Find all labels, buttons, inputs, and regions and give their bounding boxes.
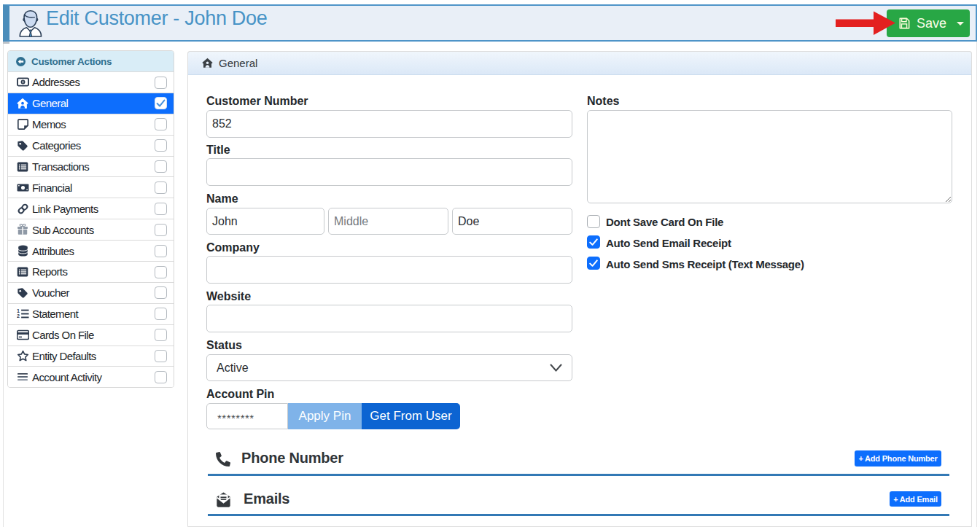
svg-text:2: 2	[17, 313, 20, 319]
